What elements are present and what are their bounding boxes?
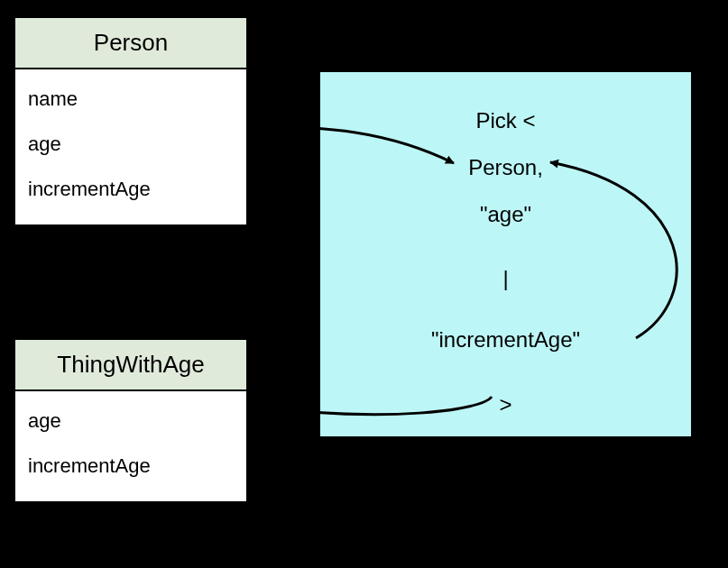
class-member: incrementAge: [28, 444, 234, 489]
class-box-person: Person name age incrementAge: [14, 16, 248, 226]
class-body-thingwithage: age incrementAge: [15, 391, 246, 501]
class-box-thingwithage: ThingWithAge age incrementAge: [14, 338, 248, 503]
pick-line-4: |: [320, 266, 691, 291]
pick-line-1: Pick <: [320, 108, 691, 133]
pick-line-2: Person,: [320, 155, 691, 180]
class-body-person: name age incrementAge: [15, 69, 246, 224]
pick-box: Pick < Person, "age" | "incrementAge" >: [318, 70, 693, 438]
pick-line-6: >: [320, 392, 691, 417]
class-member: name: [28, 77, 234, 122]
pick-line-3: "age": [320, 202, 691, 227]
class-member: incrementAge: [28, 167, 234, 212]
class-title-thingwithage: ThingWithAge: [15, 340, 246, 391]
class-member: age: [28, 399, 234, 444]
class-title-person: Person: [15, 18, 246, 69]
pick-line-5: "incrementAge": [320, 327, 691, 353]
class-member: age: [28, 122, 234, 167]
